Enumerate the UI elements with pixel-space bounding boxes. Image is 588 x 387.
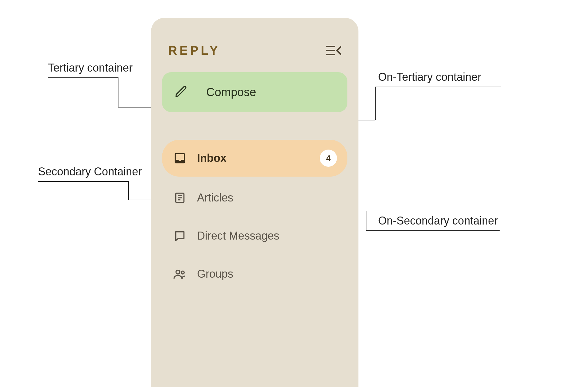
leader-line (375, 87, 501, 87)
drawer-header: REPLY (160, 30, 349, 72)
nav-item-articles[interactable]: Articles (162, 181, 347, 215)
article-icon (172, 192, 187, 204)
svg-rect-1 (326, 50, 335, 51)
app-title: REPLY (168, 44, 220, 57)
svg-point-8 (176, 270, 180, 274)
compose-button[interactable]: Compose (162, 72, 347, 112)
group-icon (172, 268, 187, 280)
inbox-badge: 4 (320, 150, 337, 167)
chat-icon (172, 230, 187, 242)
svg-rect-0 (326, 46, 335, 47)
diagram-stage: Tertiary container Secondary Container O… (0, 0, 588, 387)
nav-item-groups[interactable]: Groups (162, 257, 347, 291)
nav-item-label: Articles (197, 191, 233, 204)
edit-icon (174, 85, 188, 100)
nav-item-label: Inbox (197, 152, 226, 165)
annotation-secondary-container: Secondary Container (38, 165, 142, 178)
annotation-on-tertiary-container: On-Tertiary container (378, 71, 481, 84)
leader-line (38, 181, 129, 182)
svg-point-9 (181, 271, 184, 274)
navigation-drawer: REPLY Compose (151, 18, 358, 387)
svg-rect-2 (326, 54, 335, 55)
leader-line (375, 87, 376, 120)
inbox-icon (172, 152, 187, 164)
annotation-on-secondary-container: On-Secondary container (378, 214, 498, 227)
compose-button-label: Compose (206, 86, 256, 99)
leader-line (128, 181, 129, 200)
leader-line (366, 211, 366, 230)
leader-line (366, 230, 500, 231)
nav-item-inbox[interactable]: Inbox 4 (162, 140, 347, 177)
annotation-tertiary-container: Tertiary container (48, 61, 133, 74)
leader-line (118, 77, 118, 107)
menu-open-icon[interactable] (325, 45, 341, 57)
nav-item-label: Groups (197, 268, 233, 280)
nav-item-direct-messages[interactable]: Direct Messages (162, 219, 347, 253)
leader-line (48, 77, 118, 78)
nav-item-label: Direct Messages (197, 229, 279, 242)
